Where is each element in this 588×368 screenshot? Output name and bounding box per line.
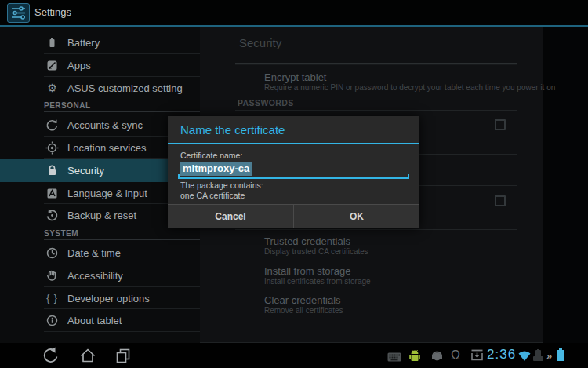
sidebar-item-label: Language & input (67, 182, 147, 205)
sidebar-item-label: ASUS customized setting (67, 77, 183, 100)
language-icon (45, 186, 60, 201)
sidebar-item-asus-customized-setting[interactable]: ⚙ ASUS customized setting (0, 77, 200, 100)
dialog-title: Name the certificate (180, 116, 285, 142)
info-icon (45, 313, 60, 328)
title-rule (235, 64, 517, 65)
home-button[interactable] (78, 346, 97, 365)
chevrons-icon: » (546, 350, 552, 362)
sidebar-item-label: Backup & reset (67, 204, 136, 227)
encrypt-tablet-subtitle: Require a numeric PIN or password to dec… (264, 83, 555, 92)
sidebar-item-date-time[interactable]: Date & time (0, 242, 200, 264)
clock-icon (45, 246, 60, 261)
content-title: Security (239, 36, 281, 49)
sidebar-item-label: Security (67, 159, 104, 182)
screen: Settings Battery Apps ⚙ ASUS customized … (0, 0, 588, 368)
recent-apps-button[interactable] (114, 346, 132, 365)
backup-icon (45, 208, 60, 223)
battery-status-icon[interactable] (555, 348, 566, 366)
sidebar-item-accessibility[interactable]: Accessibility (0, 264, 200, 287)
hand-icon (45, 268, 60, 283)
sidebar-item-label: Apps (67, 54, 91, 77)
sidebar-item-label: Developer options (67, 287, 150, 310)
sidebar-section-system: SYSTEM (0, 228, 200, 240)
adb-android-icon[interactable] (408, 349, 421, 366)
dock-keyboard-status-icon (532, 349, 546, 365)
headset-icon[interactable]: Ω (451, 348, 460, 363)
certificate-name-label: Certificate name: (180, 151, 242, 160)
background-strip (543, 27, 588, 343)
divider (235, 110, 517, 111)
sidebar-item-label: Date & time (67, 242, 121, 264)
sidebar-section-personal: PERSONAL (0, 100, 200, 112)
clear-credentials-subtitle: Remove all certificates (264, 306, 343, 315)
sidebar-item-label: Accessibility (67, 264, 123, 287)
cancel-button[interactable]: Cancel (168, 205, 294, 228)
encrypt-tablet-item[interactable]: Encrypt tablet (264, 71, 327, 83)
divider (44, 331, 200, 332)
input-underline-cap (178, 174, 180, 179)
title-rule (235, 63, 517, 64)
passwords-section-header: PASSWORDS (238, 98, 294, 107)
divider (235, 290, 517, 290)
trusted-credentials-item[interactable]: Trusted credentials (264, 235, 350, 247)
sidebar-item-label: Accounts & sync (67, 114, 143, 137)
clock-time[interactable]: 2:36 (487, 347, 516, 363)
unknown-sources-checkbox[interactable] (495, 195, 506, 206)
ok-button[interactable]: OK (294, 205, 419, 228)
lock-icon (45, 163, 60, 178)
sidebar-item-battery[interactable]: Battery (0, 31, 200, 54)
section-header-label: PERSONAL (44, 101, 91, 110)
install-from-storage-subtitle: Install certificates from storage (264, 277, 371, 286)
certificate-name-input[interactable]: mitmproxy-ca (178, 162, 409, 177)
divider (235, 319, 517, 319)
sync-icon (45, 118, 60, 133)
package-contains-label: The package contains: (180, 180, 263, 190)
hardware-keyboard-icon[interactable] (387, 351, 401, 365)
settings-app-icon[interactable] (7, 3, 30, 23)
input-underline (178, 177, 409, 179)
install-from-storage-item[interactable]: Install from storage (264, 265, 351, 277)
apps-icon (45, 58, 60, 73)
back-button[interactable] (42, 346, 60, 365)
wifi-icon[interactable] (517, 349, 532, 365)
sidebar-item-label: Location services (67, 137, 146, 159)
sliders-icon (8, 4, 29, 22)
braces-icon: { } (45, 291, 60, 306)
sidebar-item-apps[interactable]: Apps (0, 54, 200, 77)
make-passwords-visible-checkbox[interactable] (495, 119, 506, 130)
package-contents-value: one CA certificate (180, 191, 245, 200)
dialog-title-rule (168, 143, 419, 144)
page-title: Settings (34, 0, 71, 25)
gear-icon: ⚙ (45, 81, 60, 96)
dialog-button-bar: Cancel OK (168, 204, 419, 228)
sidebar-item-label: Battery (67, 31, 100, 54)
headphones-connected-icon[interactable] (430, 349, 444, 366)
location-icon (45, 140, 60, 155)
sidebar-item-about-tablet[interactable]: About tablet (0, 309, 200, 332)
divider (235, 261, 517, 261)
system-bar: Ω 2:36 » (0, 343, 588, 368)
sidebar-item-label: About tablet (67, 309, 122, 332)
certificate-name-value-selected: mitmproxy-ca (180, 162, 252, 176)
trusted-credentials-subtitle: Display trusted CA certificates (264, 247, 368, 256)
section-header-rule (44, 111, 200, 112)
sidebar-item-developer-options[interactable]: { } Developer options (0, 287, 200, 310)
section-header-rule (44, 239, 200, 240)
input-underline-cap (408, 174, 409, 179)
divider (235, 229, 517, 230)
download-tray-icon[interactable] (470, 349, 484, 365)
name-certificate-dialog: Name the certificate Certificate name: m… (168, 116, 419, 228)
clear-credentials-item[interactable]: Clear credentials (264, 294, 341, 306)
battery-icon (45, 35, 60, 50)
action-bar: Settings (0, 0, 588, 25)
section-header-label: SYSTEM (44, 229, 78, 238)
